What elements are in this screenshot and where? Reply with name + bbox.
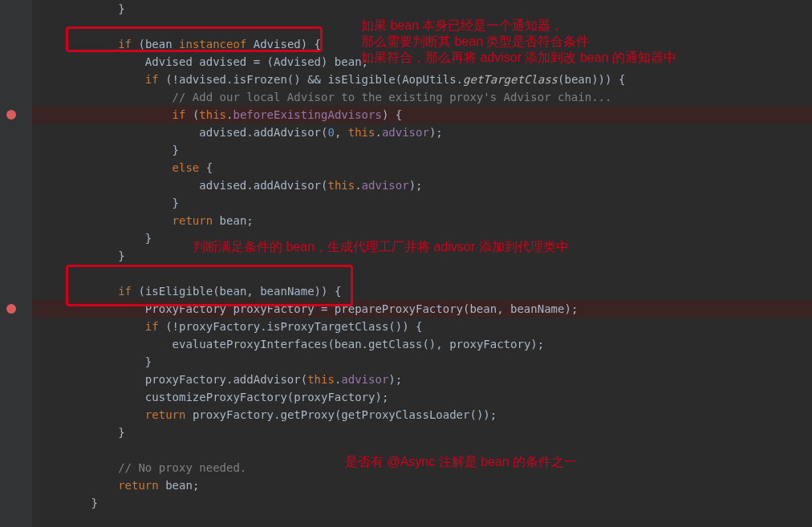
token: return (145, 408, 193, 421)
annotation-1-line3: 如果符合，那么再将 advisor 添加到改 bean 的通知器中 (361, 50, 676, 66)
code-line[interactable]: if (isEligible(bean, beanName)) { (32, 282, 812, 300)
code-line[interactable]: } (32, 353, 812, 371)
code-line[interactable]: if (!proxyFactory.isProxyTargetClass()) … (32, 318, 812, 335)
token: ); (388, 373, 402, 386)
token: } (145, 232, 152, 245)
code-line[interactable]: } (32, 494, 812, 512)
breakpoint-icon[interactable] (6, 304, 16, 314)
code-line[interactable]: advised.addAdvisor(0, this.advisor); (32, 124, 812, 141)
token: (isEligible(bean (138, 285, 246, 298)
token: , (497, 302, 510, 315)
annotation-3: 是否有 @Async 注解是 bean 的条件之一 (345, 454, 577, 470)
token: if (118, 38, 138, 51)
token: ; (246, 214, 253, 227)
token: ); (429, 126, 443, 139)
token: proxyFactory.getProxy(getProxyClassLoade… (193, 408, 490, 421)
code-line[interactable]: return bean; (32, 476, 812, 494)
breakpoint-icon[interactable] (6, 110, 16, 120)
code-line[interactable]: // Add our local Advisor to the existing… (32, 88, 812, 106)
token: } (173, 144, 179, 156)
token: this (199, 108, 226, 121)
code-line[interactable]: if (this.beforeExistingAdvisors) { (32, 106, 812, 124)
token: if (145, 320, 165, 333)
token: . (375, 126, 381, 139)
code-line[interactable]: return proxyFactory.getProxy(getProxyCla… (32, 406, 812, 424)
code-line[interactable]: advised.addAdvisor(this.advisor); (32, 176, 812, 194)
code-editor[interactable]: } if (bean instanceof Advised) { Advised… (32, 0, 812, 512)
token: Advised) { (254, 38, 321, 51)
token: } (91, 497, 97, 509)
annotation-1-line2: 那么需要判断其 bean 类型是否符合条件 (361, 34, 676, 50)
token: } (118, 249, 124, 262)
token: ProxyFactory proxyFactory = prepareProxy… (145, 302, 497, 315)
token: beforeExistingAdvisors (233, 108, 381, 121)
token: bean (220, 214, 247, 227)
token: 0 (327, 126, 334, 139)
token: evaluateProxyInterfaces(bean.getClass() (173, 338, 436, 351)
token: } (118, 426, 124, 439)
code-line[interactable]: return bean; (32, 212, 812, 229)
token: if (173, 108, 193, 121)
editor-gutter (0, 0, 32, 527)
token: advised.addAdvisor( (199, 126, 327, 139)
token: ) { (382, 108, 402, 121)
code-line[interactable]: } (32, 141, 812, 159)
annotation-1-line1: 如果 bean 本身已经是一个通知器， (361, 18, 676, 34)
code-line[interactable]: evaluateProxyInterfaces(bean.getClass(),… (32, 335, 812, 353)
token: if (145, 73, 165, 86)
token: proxyFactory.addAdvisor( (145, 373, 307, 386)
token: advisor (341, 373, 388, 386)
token: if (118, 285, 138, 298)
token: beanName) (510, 302, 571, 315)
code-line[interactable] (32, 265, 812, 282)
token: this (348, 126, 376, 139)
token: (bean (138, 38, 179, 51)
code-line[interactable]: } (32, 424, 812, 441)
code-line[interactable]: customizeProxyFactory(proxyFactory); (32, 388, 812, 406)
token: (!advised.isFrozen() && isEligible(AopUt… (165, 73, 463, 86)
token: . (355, 179, 361, 192)
token: } (173, 197, 179, 209)
token: return (118, 479, 165, 492)
token: ); (409, 179, 423, 192)
token: Advised advised = (Advised) bean (145, 55, 362, 68)
annotation-2: 判断满足条件的 bean，生成代理工厂并将 adivsor 添加到代理类中 (193, 239, 569, 255)
token: proxyFactory) (449, 338, 538, 351)
token: beanName)) { (260, 285, 341, 298)
token: ; (490, 408, 497, 421)
token: this (327, 179, 355, 192)
token: ; (571, 302, 578, 315)
token: , (436, 338, 449, 351)
code-line[interactable]: else { (32, 159, 812, 176)
code-line[interactable]: } (32, 0, 812, 18)
token: (bean))) { (558, 73, 625, 86)
token: } (145, 355, 152, 368)
token: // No proxy needed. (118, 461, 246, 474)
token: { (206, 161, 213, 174)
token: } (118, 2, 124, 15)
token: (!proxyFactory.isProxyTargetClass()) { (165, 320, 422, 333)
token: this (307, 373, 335, 386)
code-line[interactable]: ProxyFactory proxyFactory = prepareProxy… (32, 300, 812, 318)
token: return (173, 214, 220, 227)
token: , (246, 285, 260, 298)
token: customizeProxyFactory(proxyFactory) (145, 391, 382, 403)
token: ; (382, 391, 388, 403)
code-line[interactable]: } (32, 194, 812, 212)
token: ; (193, 479, 199, 492)
token: instanceof (179, 38, 254, 51)
token: , (335, 126, 348, 139)
code-line[interactable]: if (!advised.isFrozen() && isEligible(Ao… (32, 71, 812, 88)
token: advisor (362, 179, 409, 192)
token: else (173, 161, 206, 174)
token: // Add our local Advisor to the existing… (173, 91, 612, 103)
token: advisor (382, 126, 429, 139)
code-line[interactable]: proxyFactory.addAdvisor(this.advisor); (32, 371, 812, 388)
token: advised.addAdvisor( (199, 179, 327, 192)
token: bean (165, 479, 193, 492)
token: getTargetClass (463, 73, 558, 86)
token: ; (538, 338, 544, 351)
annotation-1: 如果 bean 本身已经是一个通知器， 那么需要判断其 bean 类型是否符合条… (361, 18, 676, 66)
